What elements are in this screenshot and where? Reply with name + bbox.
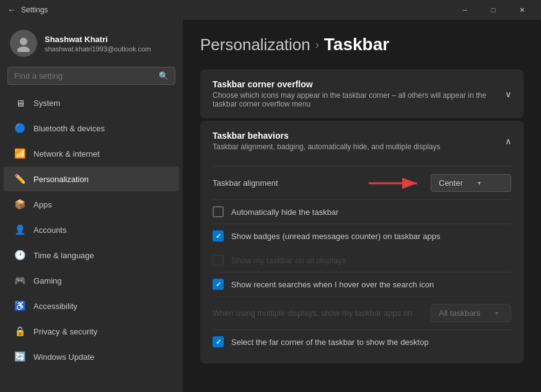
svg-point-0 — [20, 38, 27, 45]
far-corner-label: Select the far corner of the taskbar to … — [231, 338, 429, 347]
nav-icon-accessibility: ♿ — [14, 300, 26, 312]
minimize-button[interactable]: ─ — [451, 0, 479, 20]
nav-icon-network: 📶 — [14, 147, 26, 160]
nav-icon-personalization: ✏️ — [14, 173, 26, 185]
nav-icon-system: 🖥 — [14, 97, 26, 109]
auto-hide-checkbox[interactable] — [213, 206, 224, 217]
auto-hide-row[interactable]: Automatically hide the taskbar — [213, 199, 511, 224]
section-behaviors-subtitle: Taskbar alignment, badging, automaticall… — [213, 142, 441, 151]
nav-list: 🖥 System 🔵 Bluetooth & devices 📶 Network… — [0, 90, 183, 370]
recent-searches-label: Show recent searches when I hover over t… — [231, 280, 434, 289]
user-name: Shashwat Khatri — [45, 35, 151, 44]
user-info: Shashwat Khatri shashwat.khatri1993@outl… — [45, 35, 151, 53]
nav-label-time: Time & language — [33, 251, 94, 260]
sidebar-item-accounts[interactable]: 👤 Accounts — [4, 217, 179, 242]
nav-icon-gaming: 🎮 — [14, 274, 26, 287]
section-behaviors-title: Taskbar behaviors — [213, 131, 441, 141]
nav-label-gaming: Gaming — [33, 276, 62, 285]
breadcrumb-parent: Personalization — [200, 35, 310, 54]
titlebar-controls: ─ □ ✕ — [451, 0, 536, 20]
titlebar-left: ← Settings — [7, 5, 48, 15]
sidebar-item-apps[interactable]: 📦 Apps — [4, 192, 179, 217]
multi-display-row: When using multiple displays, show my ta… — [213, 296, 511, 329]
multi-display-value: All taskbars — [439, 308, 480, 318]
all-displays-label: Show my taskbar on all displays — [231, 256, 346, 265]
recent-searches-row[interactable]: Show recent searches when I hover over t… — [213, 272, 511, 296]
sidebar-item-accessibility[interactable]: ♿ Accessibility — [4, 294, 179, 318]
multi-display-arrow-icon: ▾ — [495, 310, 498, 316]
nav-icon-bluetooth: 🔵 — [14, 122, 26, 134]
sidebar-item-gaming[interactable]: 🎮 Gaming — [4, 268, 179, 293]
nav-icon-update: 🔄 — [14, 351, 26, 363]
breadcrumb-chevron: › — [315, 38, 319, 51]
alignment-dropdown[interactable]: Center ▾ — [431, 174, 511, 192]
chevron-behaviors: ∧ — [505, 136, 511, 146]
nav-icon-apps: 📦 — [14, 198, 26, 211]
close-button[interactable]: ✕ — [508, 0, 536, 20]
search-box[interactable]: 🔍 — [7, 67, 175, 85]
nav-label-update: Windows Update — [33, 352, 94, 362]
annotation-arrow — [367, 175, 423, 192]
badges-row[interactable]: Show badges (unread messages counter) on… — [213, 224, 511, 248]
sidebar-item-personalization[interactable]: ✏️ Personalization — [4, 167, 179, 191]
section-overflow-subtitle: Choose which icons may appear in the tas… — [213, 91, 505, 108]
all-displays-row[interactable]: Show my taskbar on all displays — [213, 248, 511, 272]
svg-point-1 — [17, 46, 30, 52]
sidebar-item-network[interactable]: 📶 Network & internet — [4, 141, 179, 166]
nav-icon-time: 🕐 — [14, 249, 26, 261]
recent-searches-checkbox[interactable] — [213, 279, 224, 290]
back-button[interactable]: ← — [7, 5, 16, 15]
sidebar-item-privacy[interactable]: 🔒 Privacy & security — [4, 319, 179, 344]
alignment-value: Center — [439, 178, 463, 188]
auto-hide-label: Automatically hide the taskbar — [231, 207, 338, 217]
nav-label-privacy: Privacy & security — [33, 327, 97, 336]
section-behaviors-body: Taskbar alignment Ce — [200, 161, 524, 364]
breadcrumb-current: Taskbar — [324, 35, 389, 54]
main-layout: Shashwat Khatri shashwat.khatri1993@outl… — [0, 20, 541, 392]
nav-label-system: System — [33, 98, 60, 108]
search-icon: 🔍 — [159, 71, 169, 81]
section-behaviors: Taskbar behaviors Taskbar alignment, bad… — [200, 121, 524, 364]
section-overflow-title: Taskbar corner overflow — [213, 79, 505, 89]
titlebar-title: Settings — [21, 6, 48, 14]
dropdown-arrow-icon: ▾ — [478, 180, 481, 186]
nav-label-bluetooth: Bluetooth & devices — [33, 124, 105, 133]
nav-label-apps: Apps — [33, 200, 52, 209]
breadcrumb: Personalization › Taskbar — [200, 35, 524, 54]
user-email: shashwat.khatri1993@outlook.com — [45, 45, 151, 53]
far-corner-checkbox[interactable] — [213, 336, 224, 347]
section-overflow-header[interactable]: Taskbar corner overflow Choose which ico… — [200, 69, 524, 118]
badges-checkbox[interactable] — [213, 230, 224, 242]
nav-icon-privacy: 🔒 — [14, 325, 26, 338]
sidebar-item-system[interactable]: 🖥 System — [4, 90, 179, 115]
badges-label: Show badges (unread messages counter) on… — [231, 232, 440, 241]
sidebar-item-bluetooth[interactable]: 🔵 Bluetooth & devices — [4, 116, 179, 141]
avatar — [10, 30, 37, 57]
multi-display-dropdown[interactable]: All taskbars ▾ — [431, 304, 511, 322]
taskbar-alignment-row: Taskbar alignment Ce — [213, 166, 511, 199]
nav-label-accounts: Accounts — [33, 225, 66, 235]
sidebar: Shashwat Khatri shashwat.khatri1993@outl… — [0, 20, 183, 392]
nav-icon-accounts: 👤 — [14, 224, 26, 236]
section-behaviors-title-group: Taskbar behaviors Taskbar alignment, bad… — [213, 131, 441, 151]
sidebar-item-time[interactable]: 🕐 Time & language — [4, 243, 179, 268]
content-area: Personalization › Taskbar Taskbar corner… — [183, 20, 541, 392]
far-corner-row[interactable]: Select the far corner of the taskbar to … — [213, 329, 511, 354]
section-overflow: Taskbar corner overflow Choose which ico… — [200, 69, 524, 118]
restore-button[interactable]: □ — [479, 0, 508, 20]
all-displays-checkbox[interactable] — [213, 255, 224, 266]
titlebar: ← Settings ─ □ ✕ — [0, 0, 541, 20]
search-input[interactable] — [14, 71, 154, 81]
section-overflow-title-group: Taskbar corner overflow Choose which ico… — [213, 79, 505, 108]
section-behaviors-header[interactable]: Taskbar behaviors Taskbar alignment, bad… — [200, 121, 524, 161]
chevron-overflow: ∨ — [505, 89, 511, 99]
nav-label-personalization: Personalization — [33, 175, 89, 184]
user-profile: Shashwat Khatri shashwat.khatri1993@outl… — [0, 20, 183, 64]
nav-label-accessibility: Accessibility — [33, 302, 77, 311]
sidebar-item-update[interactable]: 🔄 Windows Update — [4, 344, 179, 369]
nav-label-network: Network & internet — [33, 149, 100, 159]
alignment-label: Taskbar alignment — [213, 178, 367, 188]
multi-display-label: When using multiple displays, show my ta… — [213, 308, 431, 318]
